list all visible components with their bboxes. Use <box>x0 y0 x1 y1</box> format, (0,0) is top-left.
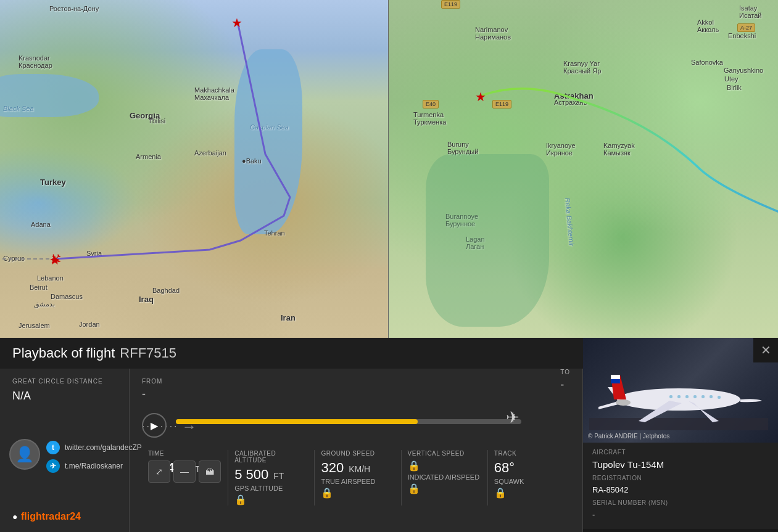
photo-copyright: © Patrick ANDRIE | Jetphotos <box>588 433 669 440</box>
track-value: 68° <box>494 460 515 475</box>
registration-value: RA-85042 <box>592 485 629 494</box>
vertical-speed-label: VERTICAL SPEED <box>408 450 481 457</box>
distance-value: N/A <box>12 390 117 403</box>
playback-title: Playback of flight <box>12 345 115 361</box>
svg-rect-9 <box>693 395 697 398</box>
serial-value: - <box>592 510 595 519</box>
telegram-icon: ✈ <box>46 459 60 473</box>
map-route-button[interactable]: — <box>173 460 196 483</box>
flight-code: RFF7515 <box>120 345 176 361</box>
serial-label: SERIAL NUMBER (MSN) <box>592 499 679 506</box>
calibrated-alt-label: CALIBRATED ALTITUDE <box>234 450 308 464</box>
from-value: - <box>142 388 162 401</box>
to-value: - <box>560 379 570 391</box>
play-button[interactable]: ▶ <box>142 413 167 438</box>
origin-marker-right: ★ <box>475 89 487 102</box>
flight-path-left <box>0 0 389 338</box>
vertical-speed-lock-icon: 🔒 <box>408 460 420 472</box>
social-links: t twitter.com/galandecZP ✈ t.me/Radioska… <box>46 441 142 473</box>
close-button[interactable]: ✕ <box>753 338 778 362</box>
to-label: TO <box>560 369 570 375</box>
calibrated-alt-value: 5 500 <box>234 467 268 483</box>
squawk-lock-icon: 🔒 <box>494 487 507 499</box>
svg-rect-6 <box>669 395 672 398</box>
flightradar24-logo: ● flightradar24 <box>12 509 81 523</box>
map-expand-button[interactable]: ⤢ <box>148 460 170 483</box>
twitter-link: twitter.com/galandecZP <box>65 443 142 452</box>
map-controls: ⤢ — 🏔 <box>148 460 221 483</box>
track-label: TRACK <box>494 450 568 457</box>
gps-alt-label: GPS ALTITUDE <box>234 485 308 492</box>
indicated-airspeed-label: INDICATED AIRSPEED <box>408 473 481 481</box>
squawk-label: SQUAWK <box>494 478 568 485</box>
calibrated-alt-unit: FT <box>273 471 284 481</box>
origin-marker: ★ <box>231 15 244 28</box>
twitter-icon: t <box>46 441 60 454</box>
progress-bar[interactable] <box>176 419 521 424</box>
map-left[interactable]: Ростов-на-Дону Krasnodar Краснодар Black… <box>0 0 389 338</box>
aircraft-type: Tupolev Tu-154M <box>592 459 664 470</box>
progress-fill <box>176 419 418 424</box>
indicated-airspeed-lock-icon: 🔒 <box>408 483 420 494</box>
svg-rect-4 <box>611 379 620 383</box>
true-airspeed-label: TRUE AIRSPEED <box>321 478 394 485</box>
twitter-row[interactable]: t twitter.com/galandecZP <box>46 441 142 454</box>
telegram-row[interactable]: ✈ t.me/Radioskaner <box>46 459 142 473</box>
svg-rect-3 <box>611 375 620 379</box>
telegram-link: t.me/Radioskaner <box>65 462 123 470</box>
vertical-speed-stat: VERTICAL SPEED 🔒 INDICATED AIRSPEED 🔒 <box>402 450 488 505</box>
aircraft-photo: © Patrick ANDRIE | Jetphotos <box>583 338 778 443</box>
svg-rect-11 <box>710 395 713 398</box>
calibrated-alt-stat: CALIBRATED ALTITUDE 5 500 FT GPS ALTITUD… <box>228 450 315 505</box>
ground-speed-value: 320 <box>321 460 344 476</box>
svg-rect-10 <box>701 395 705 398</box>
distance-label: GREAT CIRCLE DISTANCE <box>12 378 117 385</box>
gps-lock-icon: 🔒 <box>234 494 247 505</box>
time-label: TIME <box>148 450 221 457</box>
aircraft-info: AIRCRAFT Tupolev Tu-154M REGISTRATION RA… <box>583 443 778 529</box>
ground-speed-stat: GROUND SPEED 320 KM/H TRUE AIRSPEED 🔒 <box>315 450 401 505</box>
user-avatar: 👤 <box>9 439 40 470</box>
svg-point-2 <box>617 388 740 411</box>
map-photo-button[interactable]: 🏔 <box>199 460 221 483</box>
svg-rect-1 <box>589 418 768 430</box>
aircraft-label: AIRCRAFT <box>592 449 679 456</box>
true-airspeed-lock-icon: 🔒 <box>321 487 333 499</box>
flight-path-right <box>389 0 778 338</box>
title-bar: Playback of flight RFF7515 <box>0 338 583 369</box>
svg-rect-8 <box>685 395 689 398</box>
aircraft-panel: © Patrick ANDRIE | Jetphotos AIRCRAFT Tu… <box>583 338 778 532</box>
ground-speed-unit: KM/H <box>349 464 370 474</box>
registration-label: REGISTRATION <box>592 475 679 481</box>
map-right[interactable]: E119 A-27 E119 E40 Narimanov Нариманов A… <box>389 0 778 338</box>
track-stat: TRACK 68° SQUAWK 🔒 <box>488 450 574 505</box>
from-label: FROM <box>142 378 162 385</box>
aircraft-silhouette <box>589 356 768 430</box>
ground-speed-label: GROUND SPEED <box>321 450 394 457</box>
svg-rect-12 <box>718 396 721 399</box>
svg-rect-7 <box>677 395 681 398</box>
aircraft-progress-icon: ✈ <box>506 408 519 427</box>
map-container: Ростов-на-Дону Krasnodar Краснодар Black… <box>0 0 778 338</box>
svg-point-5 <box>616 399 631 406</box>
